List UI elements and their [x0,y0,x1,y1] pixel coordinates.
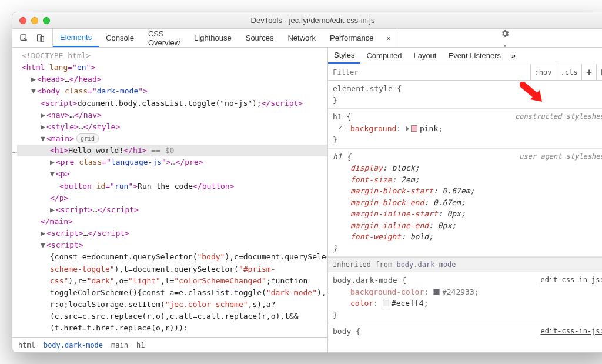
crumb-html[interactable]: html [18,341,35,349]
color-swatch-icon[interactable] [433,289,440,295]
new-rule-button[interactable]: + [581,64,596,80]
kebab-icon[interactable] [500,44,510,47]
selected-node[interactable]: <h1>Hello world!</h1> == $0 [17,145,327,156]
rule-user-agent: user agent stylesheet h1 { display: bloc… [328,149,602,258]
window-title: DevTools - jec.fyi/demo/edit-css-in-js [12,16,602,25]
expand-icon[interactable] [406,126,409,132]
inspect-icon[interactable] [19,34,29,43]
svg-point-3 [504,45,506,47]
checkbox-icon[interactable] [339,125,345,131]
decl-background[interactable]: background: pink; [333,123,602,135]
crumb-h1[interactable]: h1 [136,341,145,349]
tab-css-overview[interactable]: CSS Overview [141,29,187,47]
styles-panel: Styles Computed Layout Event Listeners »… [328,48,602,352]
color-swatch-icon[interactable] [383,300,389,306]
tab-styles[interactable]: Styles [328,48,360,64]
device-icon[interactable] [36,34,45,43]
breadcrumb: html body.dark-mode main h1 [12,337,327,352]
style-rules[interactable]: element.style { } constructed stylesheet… [328,81,602,352]
filter-row: :hov .cls + [328,64,602,81]
rule-body: edit-css-in-js:1 body { [328,323,602,340]
cls-toggle[interactable]: .cls [556,64,581,80]
tab-console[interactable]: Console [99,29,141,47]
origin-constructed: constructed stylesheet [515,111,602,122]
origin-ua: user agent stylesheet [519,151,602,162]
hov-toggle[interactable]: :hov [530,64,556,80]
devtools-window: DevTools - jec.fyi/demo/edit-css-in-js E… [12,12,602,353]
tab-layout[interactable]: Layout [407,48,442,64]
content-panes: <!DOCTYPE html> <html lang="en"> ▶<head>… [12,48,602,352]
tab-event-listeners[interactable]: Event Listeners [442,48,507,64]
rule-element-style: element.style { } [328,81,602,109]
computed-sidebar-icon[interactable] [596,64,602,80]
filter-input[interactable] [328,68,530,76]
crumb-main[interactable]: main [111,341,128,349]
titlebar: DevTools - jec.fyi/demo/edit-css-in-js [12,12,602,29]
styles-tabs-overflow-icon[interactable]: » [507,48,520,64]
tab-computed[interactable]: Computed [360,48,407,64]
inspect-tools [12,29,53,47]
panel-tabs: Elements Console CSS Overview Lighthouse… [53,29,397,47]
tabs-overflow-icon[interactable]: » [381,29,397,47]
tab-network[interactable]: Network [280,29,323,47]
inherited-from-link[interactable]: body.dark-mode [396,261,456,269]
tab-sources[interactable]: Sources [239,29,281,47]
tab-elements[interactable]: Elements [53,29,99,47]
elements-panel: <!DOCTYPE html> <html lang="en"> ▶<head>… [12,48,328,352]
tab-lighthouse[interactable]: Lighthouse [187,29,239,47]
inherited-from-bar: Inherited from body.dark-mode [328,257,602,272]
grid-badge[interactable]: grid [76,133,99,144]
main-toolbar: Elements Console CSS Overview Lighthouse… [12,29,602,48]
rule-body-darkmode: edit-css-in-js:1 body.dark-mode { backgr… [328,272,602,323]
rule-constructed: constructed stylesheet h1 { background: … [328,109,602,149]
tab-performance[interactable]: Performance [323,29,380,47]
gear-icon[interactable] [500,29,510,38]
dom-tree[interactable]: <!DOCTYPE html> <html lang="en"> ▶<head>… [12,48,327,337]
doctype: <!DOCTYPE html> [22,51,91,60]
crumb-body[interactable]: body.dark-mode [44,341,103,349]
source-link[interactable]: edit-css-in-js:1 [540,326,602,336]
source-link[interactable]: edit-css-in-js:1 [540,275,602,285]
styles-tabs: Styles Computed Layout Event Listeners » [328,48,602,64]
color-swatch-icon[interactable] [411,125,417,132]
